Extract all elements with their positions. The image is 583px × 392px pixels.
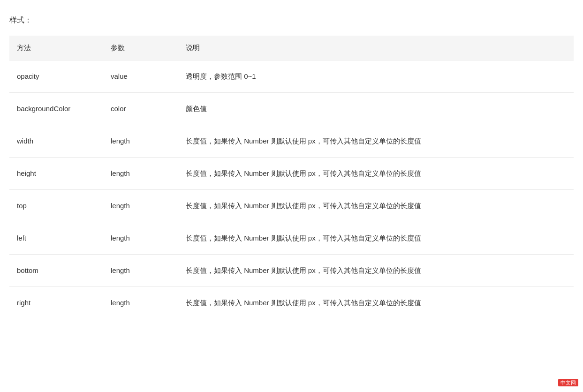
cell-desc: 长度值，如果传入 Number 则默认使用 px，可传入其他自定义单位的长度值 (178, 286, 574, 319)
cell-method: bottom (9, 254, 103, 286)
cell-method: height (9, 157, 103, 189)
table-row: bottomlength长度值，如果传入 Number 则默认使用 px，可传入… (9, 254, 574, 286)
cell-param: length (103, 254, 178, 286)
cell-desc: 长度值，如果传入 Number 则默认使用 px，可传入其他自定义单位的长度值 (178, 157, 574, 189)
table-row: heightlength长度值，如果传入 Number 则默认使用 px，可传入… (9, 157, 574, 189)
table-header: 方法 参数 说明 (9, 36, 574, 60)
cell-param: value (103, 60, 178, 92)
header-desc: 说明 (178, 36, 574, 60)
cell-param: length (103, 286, 178, 319)
cell-desc: 长度值，如果传入 Number 则默认使用 px，可传入其他自定义单位的长度值 (178, 125, 574, 157)
cell-desc: 透明度，参数范围 0~1 (178, 60, 574, 92)
cell-param: length (103, 125, 178, 157)
table-row: backgroundColorcolor颜色值 (9, 92, 574, 125)
table-row: leftlength长度值，如果传入 Number 则默认使用 px，可传入其他… (9, 222, 574, 254)
section-title: 样式： (9, 14, 574, 26)
cell-method: right (9, 286, 103, 319)
cell-method: left (9, 222, 103, 254)
api-table: 方法 参数 说明 opacityvalue透明度，参数范围 0~1backgro… (9, 36, 574, 319)
header-param: 参数 (103, 36, 178, 60)
table-row: toplength长度值，如果传入 Number 则默认使用 px，可传入其他自… (9, 189, 574, 222)
cell-param: length (103, 189, 178, 222)
header-method: 方法 (9, 36, 103, 60)
cell-param: length (103, 222, 178, 254)
cell-method: opacity (9, 60, 103, 92)
cell-param: length (103, 157, 178, 189)
cell-desc: 长度值，如果传入 Number 则默认使用 px，可传入其他自定义单位的长度值 (178, 189, 574, 222)
table-row: opacityvalue透明度，参数范围 0~1 (9, 60, 574, 92)
table-body: opacityvalue透明度，参数范围 0~1backgroundColorc… (9, 60, 574, 319)
cell-desc: 颜色值 (178, 92, 574, 125)
cell-desc: 长度值，如果传入 Number 则默认使用 px，可传入其他自定义单位的长度值 (178, 254, 574, 286)
cell-method: top (9, 189, 103, 222)
table-row: rightlength长度值，如果传入 Number 则默认使用 px，可传入其… (9, 286, 574, 319)
cell-method: width (9, 125, 103, 157)
cell-method: backgroundColor (9, 92, 103, 125)
cell-param: color (103, 92, 178, 125)
cell-desc: 长度值，如果传入 Number 则默认使用 px，可传入其他自定义单位的长度值 (178, 222, 574, 254)
table-row: widthlength长度值，如果传入 Number 则默认使用 px，可传入其… (9, 125, 574, 157)
page-container: 样式： 方法 参数 说明 opacityvalue透明度，参数范围 0~1bac… (0, 0, 583, 333)
